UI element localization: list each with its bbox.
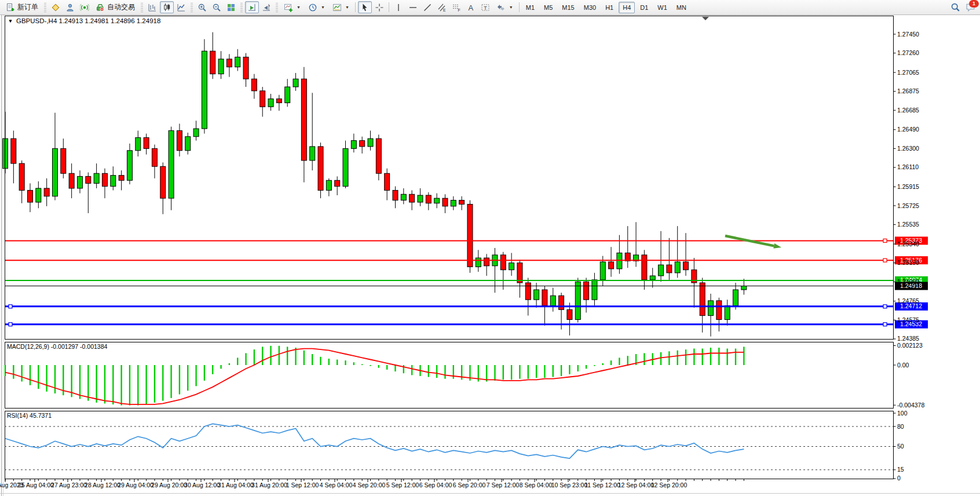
terminal-button[interactable] [78,1,92,13]
svg-text:12 Sep 04:00: 12 Sep 04:00 [618,482,654,488]
toolbar-grip [141,3,143,12]
indicators-button[interactable]: ▼ [280,1,304,13]
timeframe-h4[interactable]: H4 [619,2,635,13]
line-chart-icon [177,3,186,12]
timeframe-d1[interactable]: D1 [636,2,652,13]
svg-text:15: 15 [897,466,904,473]
chart-header: ▼GBPUSD-,H4 1.24913 1.24981 1.24896 1.24… [8,17,160,24]
svg-text:1.25340: 1.25340 [897,240,919,247]
svg-text:1.26685: 1.26685 [897,107,919,114]
svg-text:1.26300: 1.26300 [897,145,919,152]
new-order-button[interactable]: 新订单 [2,1,42,13]
svg-text:1.26490: 1.26490 [897,126,919,133]
new-order-icon [6,3,15,12]
svg-text:GBPUSD-,H4 1.24913 1.24981 1.: GBPUSD-,H4 1.24913 1.24981 1.24896 1.249… [16,17,160,24]
horizontal-line-button[interactable] [406,1,420,13]
terminal-icon [80,3,89,12]
crosshair-button[interactable] [372,1,386,13]
fibonacci-icon: F [452,3,461,12]
trendline-icon [423,3,432,12]
trendline-button[interactable] [420,1,434,13]
search-button[interactable] [948,1,962,13]
svg-text:7 Sep 12:00: 7 Sep 12:00 [487,482,520,488]
channel-button[interactable]: E [435,1,449,13]
line-chart-button[interactable] [174,1,188,13]
svg-text:31 Aug 20:00: 31 Aug 20:00 [251,482,287,488]
svg-text:0.00: 0.00 [897,362,909,369]
svg-text:1 Sep 12:00: 1 Sep 12:00 [286,482,319,488]
toolbar: 新订单 自动交易 [0,0,980,15]
arrows-icon [496,3,506,12]
horizontal-line-icon [408,3,418,12]
autotrading-icon [96,3,105,12]
market-watch-icon [51,3,60,12]
svg-text:29 Aug 20:00: 29 Aug 20:00 [151,482,187,488]
timeframe-h1[interactable]: H1 [601,2,617,13]
periods-button[interactable]: ▼ [305,1,328,13]
svg-text:29 Aug 04:00: 29 Aug 04:00 [118,482,153,488]
zoom-in-button[interactable] [195,1,209,13]
text-button[interactable]: A [464,1,478,13]
toolbar-grip [44,3,46,12]
svg-text:1.26875: 1.26875 [897,87,919,94]
timeframe-w1[interactable]: W1 [653,2,671,13]
fibonacci-button[interactable]: F [449,1,463,13]
channel-icon: E [437,3,447,12]
chart-area[interactable]: 1.253731.251761.249741.247121.245321.249… [0,15,980,496]
chart-shift-icon [262,3,271,12]
cursor-icon [360,3,370,12]
timeframe-m1[interactable]: M1 [522,2,539,13]
autotrading-button[interactable]: 自动交易 [92,1,138,13]
cursor-button[interactable] [358,1,372,13]
market-watch-button[interactable] [49,1,63,13]
periods-clock-icon [308,3,317,12]
timeframe-bar: M1M5M15M30H1H4D1W1MN [522,2,690,13]
svg-text:8 Sep 04:00: 8 Sep 04:00 [520,482,553,488]
rsi-label: RSI(14) 45.7371 [7,412,52,419]
svg-text:31 Aug 04:00: 31 Aug 04:00 [218,482,254,488]
text-label-button[interactable]: T [478,1,492,13]
navigator-button[interactable] [63,1,77,13]
svg-text:1.24765: 1.24765 [897,297,919,304]
notification-badge: 1 [969,0,979,8]
chevron-down-icon: ▼ [345,5,349,9]
tile-windows-button[interactable] [224,1,238,13]
vertical-line-icon [394,3,403,12]
timeframe-mn[interactable]: MN [672,2,690,13]
bar-chart-button[interactable] [145,1,159,13]
auto-scroll-icon [247,3,257,12]
svg-text:30 Aug 12:00: 30 Aug 12:00 [184,482,220,488]
text-label-icon: T [481,3,490,12]
tile-windows-icon [226,3,236,12]
svg-text:1.24385: 1.24385 [897,335,919,342]
svg-text:0: 0 [897,475,901,482]
toolbar-separator [389,2,389,12]
notifications-button[interactable]: 1 [963,1,978,14]
text-icon: A [466,3,476,12]
mt4-window: 新订单 自动交易 [0,0,980,496]
svg-text:4 Sep 20:00: 4 Sep 20:00 [353,482,386,488]
vertical-line-button[interactable] [392,1,405,13]
svg-text:1.24960: 1.24960 [897,278,919,285]
chart-shift-button[interactable] [259,1,273,13]
toolbar-separator [355,2,356,12]
toolbar-separator [519,2,520,12]
timeframe-m30[interactable]: M30 [580,2,600,13]
svg-text:10 Sep 23:00: 10 Sep 23:00 [551,482,588,488]
svg-text:1.25915: 1.25915 [897,183,919,190]
svg-text:-0.004378: -0.004378 [897,402,924,409]
auto-scroll-button[interactable] [245,1,259,13]
svg-text:6 Sep 20:00: 6 Sep 20:00 [453,482,486,488]
new-order-label: 新订单 [17,2,38,12]
svg-text:5 Sep 12:00: 5 Sep 12:00 [386,482,419,488]
svg-text:80: 80 [897,423,904,430]
bar-chart-icon [148,3,157,12]
arrows-button[interactable]: ▼ [493,1,517,13]
zoom-out-button[interactable] [210,1,224,13]
timeframe-m15[interactable]: M15 [558,2,578,13]
templates-button[interactable]: ▼ [329,1,353,13]
crosshair-icon [375,3,384,12]
candlestick-chart-button[interactable] [160,1,174,13]
timeframe-m5[interactable]: M5 [540,2,557,13]
svg-text:1.26110: 1.26110 [897,163,919,170]
